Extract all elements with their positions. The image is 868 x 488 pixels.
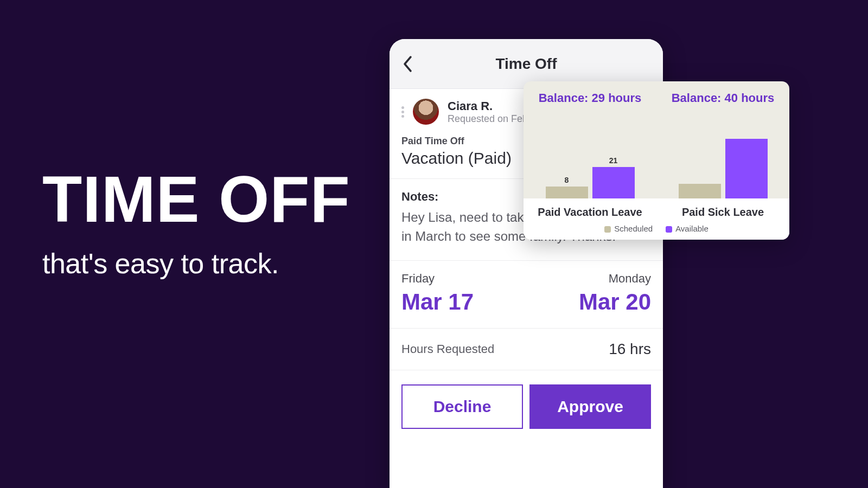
end-date-col: Monday Mar 20 xyxy=(579,272,651,315)
card-title: Time Off xyxy=(495,55,557,73)
decline-button[interactable]: Decline xyxy=(401,384,523,429)
hours-row: Hours Requested 16 hrs xyxy=(390,329,663,370)
legend-available: Available xyxy=(666,224,709,233)
legend-scheduled: Scheduled xyxy=(604,224,653,233)
balance-chart-area: Balance: 29 hours 8 21 Balance: 40 hours xyxy=(524,81,789,198)
balance-title-1: Balance: 40 hours xyxy=(672,91,775,105)
action-buttons: Decline Approve xyxy=(390,370,663,429)
back-icon[interactable] xyxy=(403,55,413,75)
bars-sick xyxy=(656,139,789,198)
hours-label: Hours Requested xyxy=(401,342,494,356)
bar-sick-available xyxy=(725,139,768,198)
date-range: Friday Mar 17 Monday Mar 20 xyxy=(390,261,663,329)
more-icon[interactable] xyxy=(401,106,404,118)
balance-legend: Scheduled Available xyxy=(524,224,789,233)
hours-value: 16 hrs xyxy=(609,341,651,358)
hero-tagline: that's easy to track. xyxy=(42,247,350,280)
bars-vacation: 8 21 xyxy=(524,139,656,198)
balance-footer: Paid Vacation Leave Paid Sick Leave Sche… xyxy=(524,198,789,240)
balance-name-0: Paid Vacation Leave xyxy=(524,206,656,219)
hero-title: TIME OFF xyxy=(42,168,350,230)
bar-vac-scheduled: 8 xyxy=(546,187,588,198)
balance-col-vacation: Balance: 29 hours 8 21 xyxy=(524,81,656,198)
start-date-col: Friday Mar 17 xyxy=(401,272,474,315)
balance-col-sick: Balance: 40 hours xyxy=(656,81,789,198)
avatar xyxy=(413,99,439,125)
start-dow: Friday xyxy=(401,272,474,286)
bar-sick-scheduled xyxy=(679,184,721,199)
balance-card: Balance: 29 hours 8 21 Balance: 40 hours… xyxy=(524,81,789,240)
hero-copy: TIME OFF that's easy to track. xyxy=(42,168,350,280)
start-date: Mar 17 xyxy=(401,289,474,315)
balance-title-0: Balance: 29 hours xyxy=(539,91,642,105)
bar-vac-available: 21 xyxy=(592,167,635,198)
end-dow: Monday xyxy=(579,272,651,286)
balance-name-1: Paid Sick Leave xyxy=(656,206,789,219)
approve-button[interactable]: Approve xyxy=(529,384,651,429)
end-date: Mar 20 xyxy=(579,289,651,315)
